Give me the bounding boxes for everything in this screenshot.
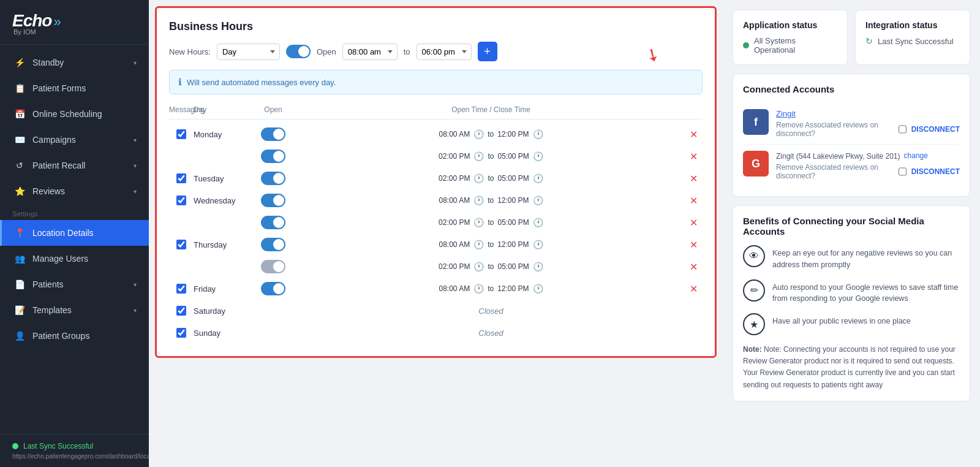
benefit-text-1: Keep an eye out for any negative reviews… — [772, 245, 960, 271]
integration-status-text: Last Sync Successful — [878, 37, 954, 46]
patients-icon: 📄 — [14, 279, 25, 290]
sidebar-item-label: Patient Forms — [32, 83, 86, 93]
saturday-checkbox[interactable] — [176, 306, 186, 316]
sidebar-item-patient-groups[interactable]: 👤 Patient Groups — [0, 323, 149, 349]
table-row: Tuesday 02:00 PM 🕐 to 05:00 PM 🕐 — [169, 167, 703, 189]
table-row: Saturday Closed — [169, 300, 703, 322]
sidebar-footer: Last Sync Successful https://echo.patien… — [0, 434, 149, 467]
sidebar-item-label: Templates — [32, 305, 72, 315]
sidebar-item-campaigns[interactable]: ✉️ Campaigns ▾ — [0, 127, 149, 153]
info-banner: ℹ Will send automated messages every day… — [169, 70, 703, 94]
facebook-disconnect-button[interactable]: DISCONNECT — [911, 125, 960, 134]
facebook-account-name[interactable]: Zingit — [776, 109, 960, 118]
location-details-icon: 📍 — [14, 227, 25, 238]
sidebar-item-online-scheduling[interactable]: 📅 Online Scheduling — [0, 101, 149, 127]
sunday-checkbox[interactable] — [176, 328, 186, 338]
delete-monday-1-button[interactable]: ✕ — [684, 127, 703, 142]
facebook-account-info: Zingit Remove Associated reviews on disc… — [776, 109, 960, 138]
day-wednesday: Wednesday — [194, 196, 249, 205]
sidebar-item-patients[interactable]: 📄 Patients ▾ — [0, 271, 149, 297]
wednesday-toggle-2[interactable] — [261, 216, 285, 229]
day-monday: Monday — [194, 130, 249, 139]
tuesday-checkbox[interactable] — [176, 173, 186, 183]
benefit-item-1: 👁 Keep an eye out for any negative revie… — [743, 245, 960, 271]
delete-thursday-1-button[interactable]: ✕ — [684, 238, 703, 252]
clock-icon: 🕐 — [473, 129, 484, 139]
standby-icon: ⚡ — [14, 57, 25, 68]
reviews-icon: ⭐ — [14, 186, 25, 197]
benefit-text-3: Have all your public reviews in one plac… — [772, 313, 911, 327]
delete-thursday-2-button[interactable]: ✕ — [684, 260, 703, 274]
friday-toggle[interactable] — [261, 282, 285, 295]
thursday-checkbox[interactable] — [176, 240, 186, 249]
app-status-title: Application status — [743, 20, 837, 30]
thursday-time-2: 02:00 PM 🕐 to 05:00 PM 🕐 — [298, 262, 684, 271]
facebook-account-row: f Zingit Remove Associated reviews on di… — [743, 103, 960, 145]
connected-accounts-section: Connected Accounts f Zingit Remove Assoc… — [733, 74, 970, 197]
end-time-select[interactable]: 06:00 pm — [417, 44, 472, 60]
sidebar-item-manage-users[interactable]: 👥 Manage Users — [0, 246, 149, 271]
center-panel: ➘ Business Hours New Hours: Day Monday T… — [149, 0, 723, 467]
table-row: 02:00 PM 🕐 to 05:00 PM 🕐 ✕ — [169, 256, 703, 278]
facebook-icon: f — [743, 109, 769, 135]
start-time-select[interactable]: 08:00 am — [342, 44, 398, 60]
clock-icon: 🕐 — [533, 240, 543, 249]
monday-toggle-2[interactable] — [261, 150, 285, 163]
table-row: Sunday Closed — [169, 322, 703, 344]
google-remove-checkbox[interactable] — [899, 167, 907, 176]
settings-section-label: Settings — [0, 204, 149, 220]
eye-icon: 👁 — [743, 245, 765, 267]
to-label: to — [404, 47, 410, 56]
sidebar-item-standby[interactable]: ⚡ Standby ▾ — [0, 50, 149, 75]
footer-url: https://echo.patientengagepro.com/dashbo… — [12, 453, 149, 460]
sidebar-item-reviews[interactable]: ⭐ Reviews ▾ — [0, 178, 149, 204]
google-disconnect-button[interactable]: DISCONNECT — [911, 167, 960, 176]
facebook-remove-checkbox[interactable] — [899, 125, 907, 134]
sidebar-item-patient-forms[interactable]: 📋 Patient Forms — [0, 75, 149, 101]
star-icon: ★ — [743, 313, 765, 335]
delete-wednesday-2-button[interactable]: ✕ — [684, 216, 703, 230]
benefits-note: Note: Note: Connecting your accounts is … — [743, 344, 960, 391]
sidebar-item-label: Reviews — [32, 186, 65, 196]
sidebar-item-location-details[interactable]: 📍 Location Details — [0, 220, 149, 246]
delete-monday-2-button[interactable]: ✕ — [684, 150, 703, 164]
clock-icon: 🕐 — [533, 129, 543, 139]
patient-recall-icon: ↺ — [14, 160, 25, 171]
google-change-link[interactable]: change — [904, 151, 928, 160]
delete-tuesday-button[interactable]: ✕ — [684, 172, 703, 186]
day-tuesday: Tuesday — [194, 174, 249, 183]
delete-wednesday-1-button[interactable]: ✕ — [684, 194, 703, 208]
monday-toggle[interactable] — [261, 127, 285, 141]
table-row: Monday 08:00 AM 🕐 to 12:00 PM 🕐 — [169, 123, 703, 145]
application-status-card: Application status All Systems Operation… — [733, 10, 848, 65]
sidebar-item-templates[interactable]: 📝 Templates ▾ — [0, 297, 149, 323]
hours-table-header: Messaging Day Open Open Time / Close Tim… — [169, 103, 703, 120]
tuesday-toggle[interactable] — [261, 172, 285, 185]
chevron-icon: ▾ — [134, 59, 137, 66]
thursday-toggle[interactable] — [261, 238, 285, 251]
delete-friday-button[interactable]: ✕ — [684, 282, 703, 296]
sidebar-item-patient-recall[interactable]: ↺ Patient Recall ▾ — [0, 153, 149, 178]
clock-icon: 🕐 — [473, 262, 484, 271]
monday-time-2: 02:00 PM 🕐 to 05:00 PM 🕐 — [298, 151, 684, 161]
templates-icon: 📝 — [14, 305, 25, 316]
thursday-toggle-2[interactable] — [261, 260, 285, 273]
sidebar-item-label: Patients — [32, 279, 64, 289]
clock-icon: 🕐 — [533, 218, 543, 227]
monday-checkbox[interactable] — [176, 129, 186, 139]
wednesday-checkbox[interactable] — [176, 196, 186, 205]
clock-icon: 🕐 — [473, 218, 484, 227]
wednesday-time-2: 02:00 PM 🕐 to 05:00 PM 🕐 — [298, 218, 684, 227]
wednesday-toggle[interactable] — [261, 194, 285, 207]
facebook-disconnect-row: Remove Associated reviews on disconnect?… — [776, 121, 960, 138]
google-disconnect-row: Remove Associated reviews on disconnect?… — [776, 163, 960, 180]
new-hours-toggle[interactable] — [286, 45, 311, 58]
patient-groups-icon: 👤 — [14, 330, 25, 341]
day-select[interactable]: Day Monday Tuesday Wednesday Thursday Fr… — [217, 44, 280, 60]
add-hours-button[interactable]: + — [478, 42, 497, 61]
friday-checkbox[interactable] — [176, 284, 186, 294]
day-friday: Friday — [194, 284, 249, 294]
saturday-closed: Closed — [298, 306, 684, 316]
chevron-icon: ▾ — [134, 307, 137, 314]
sidebar-item-label: Patient Recall — [32, 161, 85, 170]
